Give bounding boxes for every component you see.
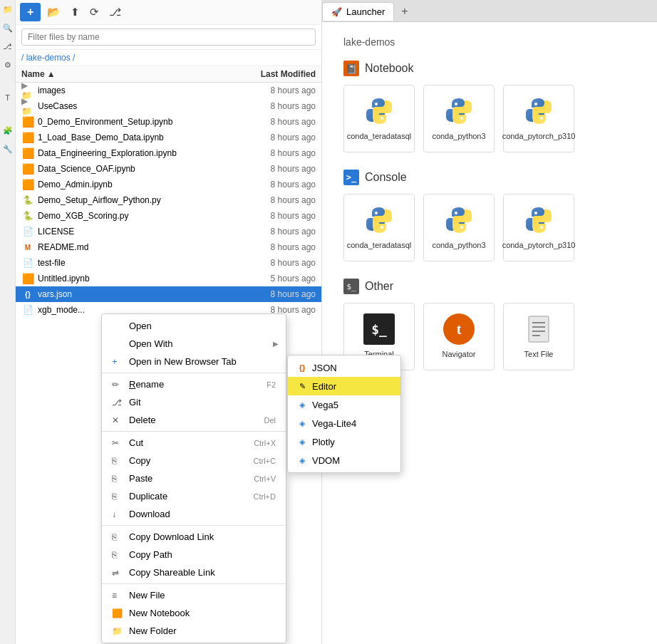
kernel-card-textfile[interactable]: Text File [503,303,574,370]
ctx-new-file-label: New File [129,590,276,601]
list-item[interactable]: 🟧 1_Load_Base_Demo_Data.ipynb 8 hours ag… [16,130,321,145]
copy-download-icon: ⎘ [112,532,125,542]
ctx-new-folder-label: New Folder [129,625,276,636]
console-section-label: Console [365,171,407,184]
submenu-vega5-label: Vega5 [312,400,338,410]
new-button[interactable]: + [20,3,41,21]
python-snake-icon-3 [523,95,554,127]
divider-4 [102,583,286,584]
kernel-card-navigator[interactable]: t Navigator [423,303,495,370]
list-item[interactable]: 🐍 Demo_XGB_Scoring.py 8 hours ago [16,208,321,224]
list-item[interactable]: ▶ 📁 images 8 hours ago [16,83,321,98]
submenu-vegalite4[interactable]: ◈ Vega-Lite4 [288,414,400,432]
ctx-new-file[interactable]: ≡ New File [102,586,286,604]
col-name-header[interactable]: Name ▲ [21,69,237,79]
ctx-open-with[interactable]: Open With {} JSON ✎ Editor ◈ Vega5 ◈ Veg… [102,335,286,353]
notebook-icon: 🟧 [21,131,34,144]
sidebar-icon-settings[interactable]: ⚙ [1,58,14,71]
submenu-vdom[interactable]: ◈ VDOM [288,451,400,469]
ctx-paste[interactable]: ⎘ Paste Ctrl+V [102,469,286,487]
kernel-card-python3-con[interactable]: conda_python3 [423,194,495,261]
sidebar-icon-files[interactable]: 📁 [1,3,14,16]
ctx-copy-download[interactable]: ⎘ Copy Download Link [102,528,286,546]
file-name: vars.json [38,289,237,299]
textfile-label: Text File [524,349,554,359]
list-item[interactable]: 🟧 Untitled.ipynb 5 hours ago [16,271,321,286]
ctx-new-notebook-label: New Notebook [129,608,276,618]
ctx-paste-label: Paste [129,473,254,484]
upload-folder-button[interactable]: 📂 [43,4,64,21]
submenu-vega5[interactable]: ◈ Vega5 [288,395,400,414]
cut-shortcut: Ctrl+X [254,439,276,447]
list-item[interactable]: 🟧 Data_Science_OAF.ipynb 8 hours ago [16,161,321,177]
notebook-section-icon: 📓 [343,61,359,76]
plus-icon: + [27,6,33,19]
ctx-copy[interactable]: ⎘ Copy Ctrl+C [102,452,286,469]
submenu-json[interactable]: {} JSON [288,358,400,377]
ctx-rename[interactable]: ✏ Rename F2 [102,375,286,393]
kernel-card-pytorch-con[interactable]: conda_pytorch_p310 [503,194,574,261]
sidebar-icon-puzzle[interactable]: 🧩 [1,124,14,137]
context-menu: Open Open With {} JSON ✎ Editor ◈ Vega5 [101,313,286,643]
ctx-new-folder[interactable]: 📁 New Folder [102,622,286,640]
ctx-delete[interactable]: ✕ Delete Del [102,411,286,429]
ctx-duplicate-label: Duplicate [129,491,254,502]
ctx-open[interactable]: Open [102,317,286,335]
list-item[interactable]: 🐍 Demo_Setup_Airflow_Python.py 8 hours a… [16,192,321,208]
breadcrumb-root[interactable]: / [21,53,26,63]
list-item[interactable]: ▶ 📁 UseCases 8 hours ago [16,98,321,114]
md-icon: M [21,241,34,254]
ctx-duplicate[interactable]: ⎘ Duplicate Ctrl+D [102,487,286,505]
submenu-editor[interactable]: ✎ Editor [288,377,400,395]
kernel-card-conda-terada-nb[interactable]: conda_teradatasql [343,85,415,152]
list-item[interactable]: 🟧 Demo_Admin.ipynb 8 hours ago [16,177,321,192]
notebook-section-label: Notebook [365,62,414,75]
sidebar-icon-wrench[interactable]: 🔧 [1,142,14,155]
ctx-new-notebook[interactable]: 🟧 New Notebook [102,604,286,622]
list-item-selected[interactable]: {} vars.json 8 hours ago [16,286,321,302]
terminal-icon: $_ [363,313,395,345]
kernel-card-pytorch-nb[interactable]: conda_pytorch_p310 [503,85,574,152]
tab-launcher[interactable]: 🚀 Launcher [322,2,394,21]
sidebar-icon-git[interactable]: ⎇ [1,40,14,53]
ctx-copy-path[interactable]: ⎘ Copy Path [102,546,286,564]
ctx-download[interactable]: ↓ Download [102,505,286,523]
col-modified-header[interactable]: Last Modified [237,69,316,79]
list-item[interactable]: 🟧 Data_Engineering_Exploration.ipynb 8 h… [16,145,321,161]
list-item[interactable]: 🟧 0_Demo_Environment_Setup.ipynb 8 hours… [16,114,321,130]
list-item[interactable]: 📄 test-file 8 hours ago [16,255,321,271]
ctx-cut[interactable]: ✂ Cut Ctrl+X [102,434,286,452]
kernel-card-conda-terada-con[interactable]: conda_teradatasql [343,194,415,261]
git-button[interactable]: ⎇ [105,4,125,21]
tab-add-button[interactable]: + [394,1,415,21]
breadcrumb-folder[interactable]: lake-demos [26,53,71,63]
tab-launcher-label: Launcher [346,6,385,17]
notebook-section-header: 📓 Notebook [343,61,636,76]
search-input[interactable] [21,28,316,46]
json-sub-icon: {} [296,362,308,373]
sidebar-icon-t[interactable]: T [1,91,14,104]
ctx-open-browser[interactable]: + Open in New Browser Tab [102,353,286,370]
notebook-icon: 🟧 [21,162,34,175]
file-time: 8 hours ago [237,148,316,158]
file-time: 8 hours ago [237,133,316,142]
notebook-icon: 🟧 [21,272,34,285]
list-item[interactable]: M README.md 8 hours ago [16,239,321,255]
kernel-card-python3-nb[interactable]: conda_python3 [423,85,495,152]
ctx-cut-label: Cut [129,437,254,448]
ctx-copy-shareable[interactable]: ⇌ Copy Shareable Link [102,564,286,581]
upload-button[interactable]: ⬆ [67,4,83,21]
submenu-plotly[interactable]: ◈ Plotly [288,432,400,451]
launcher-title: lake-demos [343,36,636,48]
rename-shortcut: F2 [267,380,276,389]
ctx-git[interactable]: ⎇ Git [102,393,286,411]
file-time: 8 hours ago [237,227,316,237]
submenu-editor-label: Editor [312,381,336,392]
python-snake-icon-5 [443,204,475,236]
file-name: Demo_Setup_Airflow_Python.py [38,195,237,205]
file-name: README.md [38,242,237,252]
new-folder-icon: 📁 [112,626,125,636]
sidebar-icon-search[interactable]: 🔍 [1,21,14,34]
list-item[interactable]: 📄 LICENSE 8 hours ago [16,224,321,239]
refresh-button[interactable]: ⟳ [86,4,103,21]
